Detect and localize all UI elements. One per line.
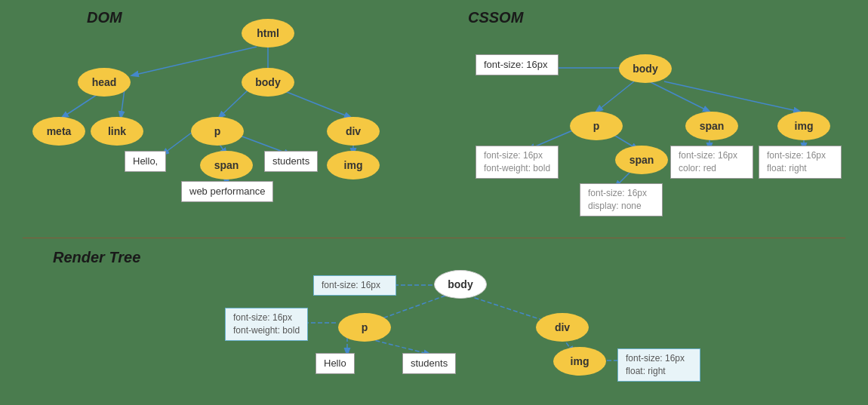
cssom-root-style-node: font-size: 16px	[476, 54, 559, 75]
cssom-img-styles-node: font-size: 16pxfloat: right	[759, 146, 842, 179]
render-fontsize-node: font-size: 16px	[313, 275, 396, 296]
dom-body-node: body	[242, 68, 294, 97]
render-p-node: p	[338, 313, 391, 342]
cssom-p-node: p	[570, 112, 623, 140]
render-hello-node: Hello	[315, 353, 355, 374]
cssom-p-styles-node: font-size: 16pxfont-weight: bold	[476, 146, 559, 179]
render-img-styles-node: font-size: 16pxfloat: right	[617, 348, 700, 382]
svg-line-14	[664, 81, 800, 112]
dom-head-node: head	[78, 68, 131, 97]
svg-line-12	[596, 81, 634, 112]
render-body-node: body	[434, 270, 487, 299]
svg-line-0	[132, 47, 257, 75]
dom-hello-node: Hello,	[125, 151, 166, 172]
cssom-img-node: img	[777, 112, 830, 140]
dom-html-node: html	[242, 19, 294, 48]
divider	[23, 238, 845, 238]
diagram-lines	[0, 0, 868, 405]
cssom-span-label-styles-node: font-size: 16pxcolor: red	[670, 146, 753, 179]
render-div-node: div	[536, 313, 589, 342]
dom-div-node: div	[327, 117, 380, 146]
dom-img-node: img	[327, 151, 380, 179]
cssom-span-label-node: span	[685, 112, 738, 140]
dom-p-node: p	[191, 117, 244, 146]
render-students-node: students	[402, 353, 456, 374]
dom-web-performance-node: web performance	[181, 181, 273, 202]
svg-line-13	[649, 81, 709, 112]
dom-link-node: link	[91, 117, 143, 146]
cssom-body-node: body	[619, 54, 672, 83]
cssom-span-styles-node: font-size: 16pxdisplay: none	[580, 183, 663, 216]
render-p-styles-node: font-size: 16pxfont-weight: bold	[225, 308, 308, 341]
dom-students-node: students	[264, 151, 318, 172]
render-tree-title: Render Tree	[53, 249, 140, 266]
cssom-title: CSSOM	[468, 9, 523, 26]
dom-title: DOM	[87, 9, 122, 26]
dom-meta-node: meta	[32, 117, 85, 146]
svg-line-6	[162, 132, 192, 155]
dom-span-node: span	[200, 151, 253, 179]
cssom-span-sub-node: span	[615, 146, 668, 174]
render-img-node: img	[553, 347, 606, 376]
